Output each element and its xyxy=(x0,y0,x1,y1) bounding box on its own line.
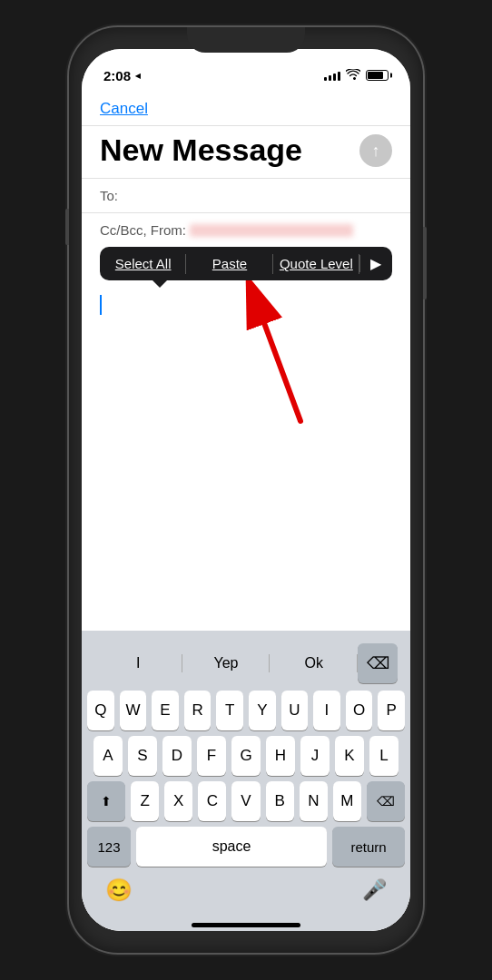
title-row: New Message ↑ xyxy=(82,126,410,179)
text-cursor xyxy=(100,295,102,315)
status-icons xyxy=(324,69,389,83)
keyboard-suggestions: I Yep Ok ⌫ xyxy=(87,638,405,691)
key-z[interactable]: Z xyxy=(131,781,159,821)
phone-frame: 2:08 ◂ xyxy=(69,27,423,953)
key-w[interactable]: W xyxy=(120,691,147,730)
key-t[interactable]: T xyxy=(216,691,243,730)
key-q[interactable]: Q xyxy=(87,691,114,730)
wifi-icon xyxy=(346,69,360,83)
cc-value-blurred xyxy=(190,224,353,237)
key-s[interactable]: S xyxy=(128,736,157,776)
location-icon: ◂ xyxy=(135,70,141,82)
phone-screen: 2:08 ◂ xyxy=(82,49,410,931)
key-e[interactable]: E xyxy=(152,691,179,730)
key-p[interactable]: P xyxy=(378,691,405,730)
signal-bar-3 xyxy=(333,74,336,81)
backspace-button[interactable]: ⌫ xyxy=(358,643,398,683)
key-o[interactable]: O xyxy=(346,691,373,730)
shift-key[interactable]: ⬆ xyxy=(87,781,125,821)
key-k[interactable]: K xyxy=(335,736,364,776)
select-all-button[interactable]: Select All xyxy=(100,247,186,280)
key-r[interactable]: R xyxy=(184,691,212,730)
space-key[interactable]: space xyxy=(136,827,327,867)
keyboard-bottom-bar: 😊 🎤 xyxy=(87,870,405,917)
numbers-key[interactable]: 123 xyxy=(87,827,131,867)
key-i[interactable]: I xyxy=(313,691,340,730)
key-h[interactable]: H xyxy=(266,736,295,776)
paste-button[interactable]: Paste xyxy=(186,247,272,280)
key-f[interactable]: F xyxy=(197,736,226,776)
keyboard-row-1: Q W E R T Y U I O P xyxy=(87,691,405,730)
email-header: Cancel xyxy=(82,89,410,126)
to-label: To: xyxy=(100,188,118,203)
return-key[interactable]: return xyxy=(332,827,405,867)
suggestion-ok[interactable]: Ok xyxy=(270,652,358,675)
suggestion-i[interactable]: I xyxy=(94,652,182,675)
send-button[interactable]: ↑ xyxy=(359,134,392,167)
red-arrow-annotation xyxy=(228,280,337,426)
email-compose: Cancel New Message ↑ To: Cc/Bcc, From: S… xyxy=(82,89,410,931)
home-indicator xyxy=(192,923,300,927)
key-y[interactable]: Y xyxy=(249,691,276,730)
signal-bars xyxy=(324,70,340,81)
quote-level-button[interactable]: Quote Level xyxy=(273,247,359,280)
to-field[interactable]: To: xyxy=(82,179,410,213)
context-menu: Select All Paste Quote Level ▶ xyxy=(100,247,392,280)
mic-key[interactable]: 🎤 xyxy=(362,878,387,902)
key-n[interactable]: N xyxy=(300,781,328,821)
battery-icon xyxy=(366,70,389,81)
key-a[interactable]: A xyxy=(93,736,123,776)
key-g[interactable]: G xyxy=(231,736,261,776)
key-l[interactable]: L xyxy=(369,736,399,776)
time-display: 2:08 xyxy=(103,68,131,83)
key-c[interactable]: C xyxy=(198,781,226,821)
svg-line-1 xyxy=(255,299,300,421)
emoji-key[interactable]: 😊 xyxy=(105,877,133,903)
send-arrow-icon: ↑ xyxy=(372,142,380,159)
email-body[interactable] xyxy=(82,280,410,631)
key-x[interactable]: X xyxy=(164,781,192,821)
keyboard-bottom-row: 123 space return xyxy=(87,827,405,867)
phone-notch xyxy=(187,27,305,53)
keyboard-row-2: A S D F G H J K L xyxy=(87,736,405,776)
keyboard: I Yep Ok ⌫ Q W E R T Y U I O P xyxy=(82,631,410,931)
more-menu-button[interactable]: ▶ xyxy=(359,255,392,272)
key-b[interactable]: B xyxy=(266,781,294,821)
key-v[interactable]: V xyxy=(231,781,260,821)
signal-bar-4 xyxy=(338,72,340,81)
status-time: 2:08 ◂ xyxy=(103,68,141,83)
signal-bar-1 xyxy=(324,77,327,81)
keyboard-row-3: ⬆ Z X C V B N M ⌫ xyxy=(87,781,405,821)
key-u[interactable]: U xyxy=(281,691,309,730)
cc-field[interactable]: Cc/Bcc, From: xyxy=(82,213,410,247)
cancel-button[interactable]: Cancel xyxy=(100,100,148,117)
key-j[interactable]: J xyxy=(300,736,330,776)
compose-title: New Message xyxy=(100,133,302,167)
backspace-key[interactable]: ⌫ xyxy=(367,781,405,821)
battery-fill xyxy=(368,72,383,79)
signal-bar-2 xyxy=(329,75,331,81)
status-bar: 2:08 ◂ xyxy=(82,49,410,89)
cc-label: Cc/Bcc, From: xyxy=(100,222,186,238)
key-m[interactable]: M xyxy=(333,781,361,821)
key-d[interactable]: D xyxy=(162,736,192,776)
suggestion-yep[interactable]: Yep xyxy=(182,652,271,675)
